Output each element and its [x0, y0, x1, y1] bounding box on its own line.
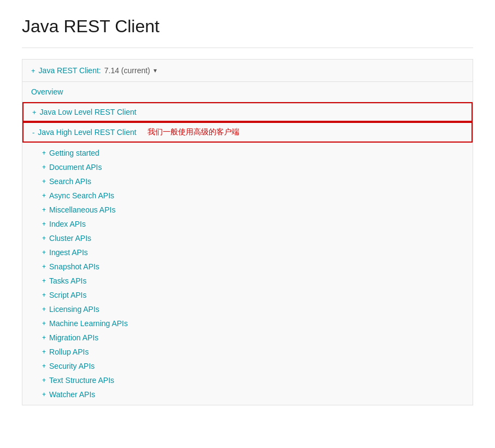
item-prefix: + — [42, 348, 46, 356]
item-prefix: + — [42, 263, 46, 270]
toc-overview: Overview — [22, 82, 473, 102]
toc-item: +Async Search APIs — [22, 188, 473, 203]
item-prefix: + — [42, 362, 46, 370]
low-level-prefix: + — [32, 108, 37, 116]
item-link[interactable]: Script APIs — [49, 291, 86, 299]
toc-sub-items: +Getting started+Document APIs+Search AP… — [22, 143, 473, 405]
toc-item: +Text Structure APIs — [22, 373, 473, 387]
toc-item: +Watcher APIs — [22, 387, 473, 402]
toc-item: +Getting started — [22, 146, 473, 160]
toc-item: +Document APIs — [22, 160, 473, 174]
item-link[interactable]: Document APIs — [49, 163, 102, 172]
toc-item: +Cluster APIs — [22, 231, 473, 245]
item-prefix: + — [42, 305, 46, 313]
toc-container: + Java REST Client: 7.14 (current) ▾ Ove… — [22, 59, 473, 405]
low-level-link[interactable]: + Java Low Level REST Client — [32, 108, 463, 116]
item-prefix: + — [42, 220, 46, 228]
item-link[interactable]: Miscellaneous APIs — [49, 205, 115, 214]
item-prefix: + — [42, 178, 46, 185]
item-prefix: + — [42, 376, 46, 384]
toc-header-link[interactable]: Java REST Client: — [39, 66, 101, 75]
toc-item: +Licensing APIs — [22, 302, 473, 316]
toc-item: +Security APIs — [22, 359, 473, 373]
toc-low-level-section: + Java Low Level REST Client — [22, 102, 473, 122]
item-prefix: + — [42, 320, 46, 327]
toc-item: +Search APIs — [22, 174, 473, 188]
item-link[interactable]: Search APIs — [49, 177, 91, 186]
toc-dropdown-icon[interactable]: ▾ — [154, 67, 157, 74]
toc-item: +Machine Learning APIs — [22, 316, 473, 331]
item-prefix: + — [42, 192, 46, 199]
toc-item: +Migration APIs — [22, 331, 473, 345]
toc-header-prefix: + — [31, 67, 36, 75]
item-prefix: + — [42, 277, 46, 285]
toc-item: +Rollup APIs — [22, 345, 473, 359]
toc-item: +Tasks APIs — [22, 274, 473, 288]
toc-item: +Script APIs — [22, 288, 473, 302]
item-prefix: + — [42, 163, 46, 171]
item-prefix: + — [42, 291, 46, 299]
item-link[interactable]: Tasks APIs — [49, 276, 86, 285]
item-link[interactable]: Snapshot APIs — [49, 262, 99, 271]
toc-header: + Java REST Client: 7.14 (current) ▾ — [22, 60, 473, 82]
item-link[interactable]: Text Structure APIs — [49, 376, 114, 385]
item-prefix: + — [42, 149, 46, 157]
item-prefix: + — [42, 334, 46, 341]
page-title: Java REST Client — [22, 16, 473, 37]
high-level-link[interactable]: - Java High Level REST Client — [32, 128, 137, 137]
item-link[interactable]: Index APIs — [49, 220, 86, 228]
toc-item: +Miscellaneous APIs — [22, 203, 473, 217]
toc-item: +Snapshot APIs — [22, 260, 473, 274]
toc-item: +Index APIs — [22, 217, 473, 231]
item-link[interactable]: Async Search APIs — [49, 191, 114, 200]
item-link[interactable]: Migration APIs — [49, 333, 98, 342]
item-prefix: + — [42, 249, 46, 256]
toc-section-row: - Java High Level REST Client 我们一般使用高级的客… — [32, 127, 463, 137]
item-link[interactable]: Cluster APIs — [49, 234, 91, 243]
item-link[interactable]: Ingest APIs — [49, 248, 88, 257]
high-level-annotation: 我们一般使用高级的客户端 — [148, 127, 239, 137]
item-link[interactable]: Rollup APIs — [49, 347, 89, 356]
page-container: Java REST Client + Java REST Client: 7.1… — [0, 0, 495, 422]
toc-high-level-section: - Java High Level REST Client 我们一般使用高级的客… — [22, 122, 473, 143]
item-prefix: + — [42, 391, 46, 398]
item-link[interactable]: Getting started — [49, 149, 99, 157]
high-level-prefix: - — [32, 128, 34, 137]
toc-item: +Ingest APIs — [22, 245, 473, 260]
item-link[interactable]: Machine Learning APIs — [49, 319, 128, 328]
item-link[interactable]: Licensing APIs — [49, 305, 99, 314]
item-link[interactable]: Security APIs — [49, 362, 95, 370]
divider — [22, 48, 473, 48]
overview-link[interactable]: Overview — [31, 87, 63, 96]
item-prefix: + — [42, 206, 46, 214]
item-link[interactable]: Watcher APIs — [49, 390, 95, 399]
toc-version: 7.14 (current) — [104, 66, 150, 75]
item-prefix: + — [42, 234, 46, 242]
